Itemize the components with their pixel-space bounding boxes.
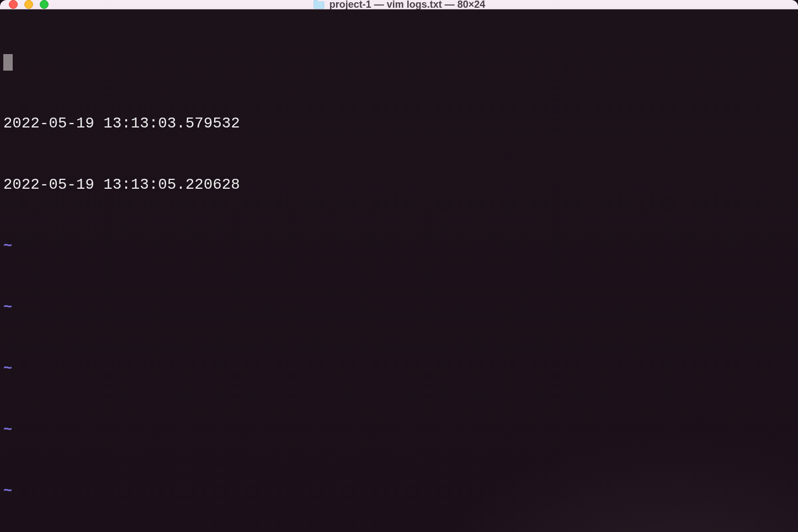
- buffer-line: 2022-05-19 13:13:03.579532: [3, 114, 795, 134]
- vim-tilde: ~: [3, 236, 795, 257]
- cursor: [3, 54, 13, 71]
- title-text: project-1 — vim logs.txt — 80×24: [329, 0, 486, 10]
- titlebar[interactable]: project-1 — vim logs.txt — 80×24: [0, 0, 798, 9]
- folder-icon: [313, 0, 325, 9]
- close-button[interactable]: [9, 0, 18, 9]
- traffic-lights: [9, 0, 49, 9]
- vim-tilde: ~: [3, 420, 795, 440]
- minimize-button[interactable]: [24, 0, 33, 9]
- terminal-content[interactable]: 2022-05-19 13:13:03.579532 2022-05-19 13…: [0, 9, 798, 532]
- vim-tilde: ~: [3, 481, 795, 502]
- terminal-window: project-1 — vim logs.txt — 80×24 2022-05…: [0, 0, 798, 532]
- window-title: project-1 — vim logs.txt — 80×24: [313, 0, 486, 10]
- buffer-line: 2022-05-19 13:13:05.220628: [3, 175, 795, 195]
- buffer-line: [3, 52, 795, 73]
- maximize-button[interactable]: [40, 0, 49, 9]
- vim-tilde: ~: [3, 359, 795, 379]
- vim-tilde: ~: [3, 297, 795, 318]
